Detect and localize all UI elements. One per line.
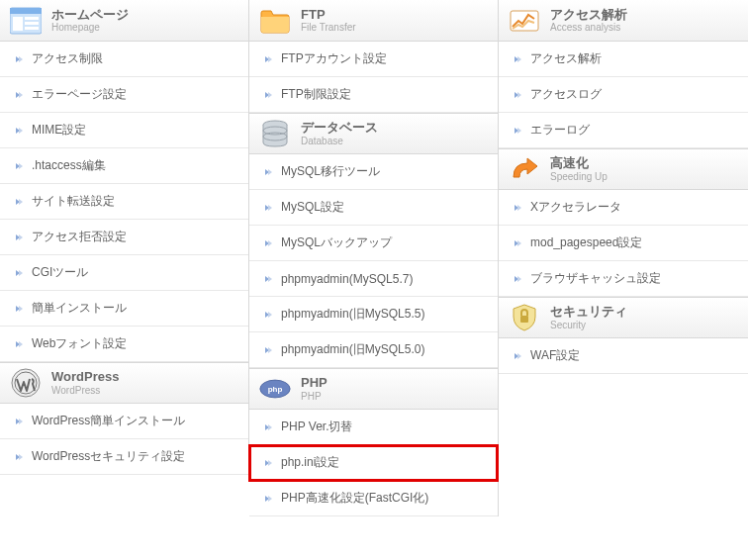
svg-text:php: php <box>268 385 283 394</box>
arrow-icon <box>14 197 24 207</box>
menu-item[interactable]: ブラウザキャッシュ設定 <box>499 261 748 297</box>
menu-item[interactable]: php.ini設定 <box>249 445 498 481</box>
arrow-icon <box>263 494 273 504</box>
header-database: データベース Database <box>249 113 498 154</box>
menu-item-label: PHP高速化設定(FastCGI化) <box>281 490 428 507</box>
menu-item-label: PHP Ver.切替 <box>281 419 352 435</box>
menu-item[interactable]: Webフォント設定 <box>0 327 248 362</box>
menu-item-label: phpmyadmin(旧MySQL5.5) <box>281 306 424 323</box>
menu-item[interactable]: アクセス解析 <box>499 42 748 77</box>
arrow-icon <box>513 274 522 284</box>
menu-item-label: WordPress簡単インストール <box>32 413 185 429</box>
menu-item[interactable]: エラーページ設定 <box>0 77 248 113</box>
menu-item[interactable]: WAF設定 <box>499 338 748 374</box>
menu-item[interactable]: WordPress簡単インストール <box>0 404 248 439</box>
header-subtitle: File Transfer <box>301 22 356 33</box>
arrow-icon <box>263 345 273 355</box>
arrow-icon <box>14 161 24 171</box>
arrow-icon <box>513 126 522 136</box>
menu-item-label: FTP制限設定 <box>281 86 351 103</box>
menu-item-label: アクセス拒否設定 <box>32 229 127 245</box>
menu-item-label: エラーページ設定 <box>32 86 127 103</box>
menu-item[interactable]: MySQL移行ツール <box>249 154 498 190</box>
menu-item-label: MIME設定 <box>32 122 86 139</box>
arrow-icon <box>513 351 522 361</box>
menu-item[interactable]: FTPアカウント設定 <box>249 42 498 77</box>
menu-item-label: サイト転送設定 <box>32 193 115 210</box>
menu-item[interactable]: WordPressセキュリティ設定 <box>0 439 248 475</box>
control-panel: ホームページ Homepage アクセス制限エラーページ設定MIME設定.hta… <box>0 0 749 516</box>
header-subtitle: Database <box>301 136 378 146</box>
menu-item-label: アクセス解析 <box>530 50 602 67</box>
arrow-icon <box>14 90 24 100</box>
menu-item-label: phpmyadmin(MySQL5.7) <box>281 272 413 286</box>
arrow-icon <box>513 54 522 64</box>
header-title: アクセス解析 <box>550 8 627 22</box>
menu-item[interactable]: FTP制限設定 <box>249 77 498 113</box>
arrow-icon <box>14 268 24 278</box>
menu-item[interactable]: .htaccess編集 <box>0 148 248 184</box>
arrow-icon <box>263 203 273 213</box>
menu-item-label: phpmyadmin(旧MySQL5.0) <box>281 341 424 358</box>
header-title: ホームページ <box>51 8 129 22</box>
menu-item[interactable]: MySQL設定 <box>249 190 498 226</box>
header-subtitle: WordPress <box>51 385 119 396</box>
homepage-icon <box>10 5 42 37</box>
chart-icon <box>509 5 540 37</box>
svg-rect-3 <box>10 8 42 14</box>
menu-item[interactable]: phpmyadmin(旧MySQL5.5) <box>249 297 498 332</box>
ftp-icon <box>259 5 291 37</box>
arrow-icon <box>513 90 522 100</box>
menu-item[interactable]: エラーログ <box>499 113 748 148</box>
column-3: アクセス解析 Access analysis アクセス解析アクセスログエラーログ… <box>499 0 748 374</box>
arrow-icon <box>14 54 24 64</box>
arrow-icon <box>263 274 273 284</box>
menu-item[interactable]: PHP Ver.切替 <box>249 410 498 445</box>
menu-item-label: エラーログ <box>530 122 590 139</box>
arrow-icon <box>14 417 24 426</box>
header-security: セキュリティ Security <box>499 297 748 338</box>
menu-item[interactable]: Xアクセラレータ <box>499 190 748 226</box>
menu-item-label: MySQL移行ツール <box>281 163 380 180</box>
menu-item-label: アクセスログ <box>530 86 602 103</box>
menu-item[interactable]: MIME設定 <box>0 113 248 148</box>
header-access-analysis: アクセス解析 Access analysis <box>499 0 748 42</box>
menu-item[interactable]: アクセス拒否設定 <box>0 220 248 255</box>
menu-item[interactable]: アクセスログ <box>499 77 748 113</box>
menu-item[interactable]: サイト転送設定 <box>0 184 248 220</box>
menu-item-label: 簡単インストール <box>32 300 127 317</box>
menu-item[interactable]: phpmyadmin(旧MySQL5.0) <box>249 332 498 368</box>
menu-item[interactable]: MySQLバックアップ <box>249 226 498 261</box>
menu-item-label: Webフォント設定 <box>32 335 127 352</box>
menu-item[interactable]: CGIツール <box>0 255 248 291</box>
menu-item[interactable]: 簡単インストール <box>0 291 248 327</box>
arrow-icon <box>14 126 24 136</box>
column-1: ホームページ Homepage アクセス制限エラーページ設定MIME設定.hta… <box>0 0 249 475</box>
speedup-icon <box>509 153 540 185</box>
svg-rect-4 <box>13 17 23 31</box>
header-wordpress: WordPress WordPress <box>0 362 248 404</box>
menu-item[interactable]: mod_pagespeed設定 <box>499 226 748 261</box>
header-php: php PHP PHP <box>249 368 498 410</box>
arrow-icon <box>263 54 273 64</box>
menu-item-label: ブラウザキャッシュ設定 <box>530 270 661 287</box>
menu-item-label: Xアクセラレータ <box>530 199 621 216</box>
svg-point-8 <box>12 369 40 397</box>
arrow-icon <box>14 304 24 314</box>
arrow-icon <box>14 452 24 462</box>
arrow-icon <box>263 310 273 320</box>
menu-item[interactable]: PHP高速化設定(FastCGI化) <box>249 481 498 516</box>
menu-item-label: FTPアカウント設定 <box>281 50 387 67</box>
menu-item-label: mod_pagespeed設定 <box>530 234 642 251</box>
arrow-icon <box>263 90 273 100</box>
menu-item[interactable]: アクセス制限 <box>0 42 248 77</box>
menu-item-label: CGIツール <box>32 264 88 281</box>
arrow-icon <box>263 458 273 468</box>
header-subtitle: Homepage <box>51 22 129 33</box>
column-2: FTP File Transfer FTPアカウント設定FTP制限設定 データベ… <box>249 0 499 516</box>
arrow-icon <box>14 233 24 242</box>
header-title: FTP <box>301 8 356 22</box>
arrow-icon <box>263 238 273 248</box>
shield-icon <box>509 302 540 333</box>
menu-item[interactable]: phpmyadmin(MySQL5.7) <box>249 261 498 297</box>
